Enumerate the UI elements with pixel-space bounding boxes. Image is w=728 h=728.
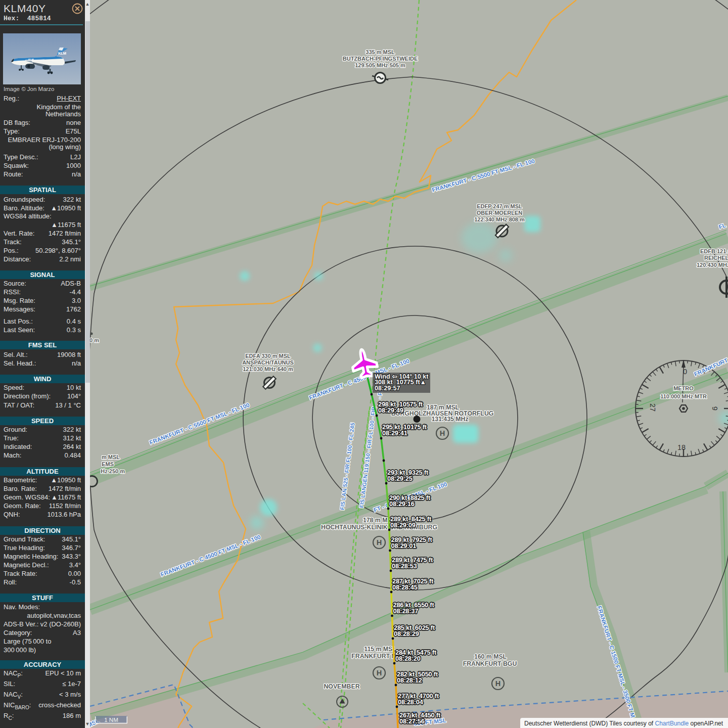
svg-text:08:28:53: 08:28:53 bbox=[392, 562, 417, 570]
svg-text:H: H bbox=[377, 669, 382, 677]
svg-text:OBER-MOERLEN: OBER-MOERLEN bbox=[477, 210, 523, 216]
svg-text:EDFA 330 m MSL: EDFA 330 m MSL bbox=[245, 353, 291, 359]
svg-text:Hz 250 m: Hz 250 m bbox=[101, 468, 125, 474]
svg-text:08:28:45: 08:28:45 bbox=[392, 583, 418, 591]
svg-text:NOVEMBER: NOVEMBER bbox=[324, 683, 359, 690]
svg-text:110.000 MHz MTR: 110.000 MHz MTR bbox=[660, 393, 707, 399]
svg-text:160 m MSL: 160 m MSL bbox=[474, 653, 507, 660]
svg-text:Deutscher Wetterdienst (DWD) T: Deutscher Wetterdienst (DWD) Tiles court… bbox=[524, 720, 723, 727]
svg-text:08:29:25: 08:29:25 bbox=[387, 475, 413, 482]
svg-text:EDFP 247 m MSL: EDFP 247 m MSL bbox=[477, 203, 522, 209]
svg-text:1 NM: 1 NM bbox=[104, 717, 118, 723]
svg-text:115 m MSL: 115 m MSL bbox=[364, 646, 396, 653]
svg-text:HOCHTAUNUS-KLINIK BAD HOMBURG: HOCHTAUNUS-KLINIK BAD HOMBURG bbox=[321, 524, 437, 531]
svg-text:REICHELSH: REICHELSH bbox=[704, 255, 728, 261]
svg-text:08:29:01: 08:29:01 bbox=[391, 542, 417, 550]
svg-text:120.430 MHz: 120.430 MHz bbox=[697, 262, 728, 268]
svg-text:08:28:12: 08:28:12 bbox=[397, 676, 422, 684]
svg-text:METRO: METRO bbox=[673, 385, 694, 391]
svg-text:ANSPACH/TAUNUS: ANSPACH/TAUNUS bbox=[242, 359, 294, 366]
svg-text:H: H bbox=[495, 679, 500, 688]
svg-text:27: 27 bbox=[649, 403, 657, 412]
svg-text:FRANKFURT BGU: FRANKFURT BGU bbox=[463, 660, 517, 667]
svg-text:08:28:04: 08:28:04 bbox=[398, 698, 424, 706]
svg-text:H: H bbox=[377, 538, 382, 547]
svg-text:08:29:16: 08:29:16 bbox=[389, 500, 415, 508]
svg-text:122.340 MHz 808 m: 122.340 MHz 808 m bbox=[474, 216, 525, 222]
svg-text:08:29:41: 08:29:41 bbox=[382, 429, 407, 437]
svg-text:m MSL: m MSL bbox=[102, 454, 120, 460]
svg-text:EMS: EMS bbox=[102, 461, 114, 467]
svg-text:08:28:37: 08:28:37 bbox=[393, 607, 419, 615]
svg-text:0 m: 0 m bbox=[90, 337, 99, 343]
svg-text:08:29:57: 08:29:57 bbox=[375, 385, 400, 392]
svg-text:335 m MSL: 335 m MSL bbox=[366, 49, 395, 55]
svg-text:H: H bbox=[440, 429, 445, 437]
svg-text:129.505 MHz 505 m: 129.505 MHz 505 m bbox=[355, 62, 405, 68]
svg-text:08:29:09: 08:29:09 bbox=[390, 521, 416, 529]
svg-text:6: 6 bbox=[711, 406, 719, 411]
svg-text:BUTZBACH-PFINGSTWEIDE: BUTZBACH-PFINGSTWEIDE bbox=[343, 56, 418, 62]
svg-text:121.030 MHz 640 m: 121.030 MHz 640 m bbox=[243, 366, 293, 372]
svg-text:0: 0 bbox=[683, 368, 687, 376]
svg-text:131.435 MHz: 131.435 MHz bbox=[431, 416, 468, 423]
svg-text:08:27:56: 08:27:56 bbox=[399, 717, 425, 725]
svg-text:KLM: KLM bbox=[58, 51, 66, 56]
svg-text:08:28:29: 08:28:29 bbox=[394, 630, 419, 638]
svg-text:18: 18 bbox=[677, 443, 686, 451]
svg-text:EDFB 121 m: EDFB 121 m bbox=[700, 248, 728, 254]
svg-text:08:28:20: 08:28:20 bbox=[395, 655, 421, 662]
svg-text:08:29:49: 08:29:49 bbox=[378, 406, 403, 414]
